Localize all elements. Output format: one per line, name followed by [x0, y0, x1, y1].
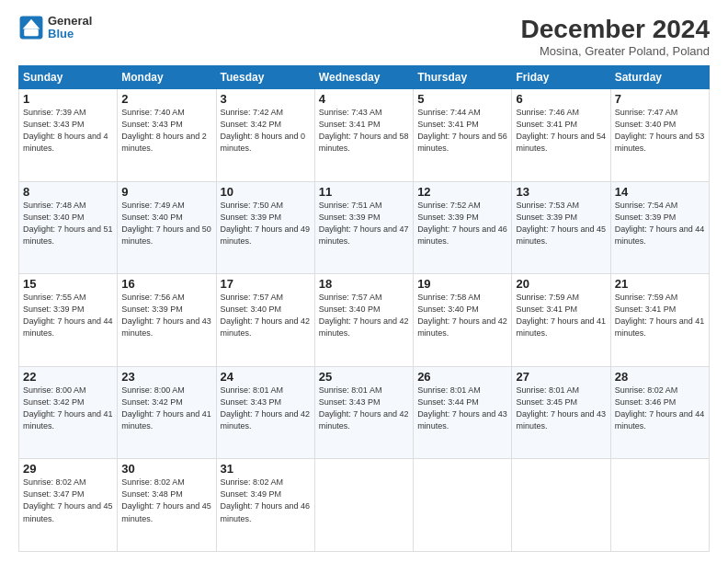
logo-blue: Blue [48, 27, 74, 40]
logo-icon [18, 15, 44, 40]
day-number: 25 [319, 370, 409, 384]
day-info: Sunrise: 7:59 AM Sunset: 3:41 PM Dayligh… [516, 292, 606, 339]
day-info: Sunrise: 8:02 AM Sunset: 3:46 PM Dayligh… [615, 385, 705, 432]
month-title: December 2024 [521, 15, 710, 44]
day-number: 14 [615, 185, 705, 199]
day-info: Sunrise: 7:49 AM Sunset: 3:40 PM Dayligh… [121, 200, 211, 247]
col-thursday: Thursday [414, 66, 512, 89]
col-sunday: Sunday [19, 66, 118, 89]
table-row: 28 Sunrise: 8:02 AM Sunset: 3:46 PM Dayl… [610, 366, 709, 459]
table-row: 2 Sunrise: 7:40 AM Sunset: 3:43 PM Dayli… [118, 89, 216, 182]
day-number: 10 [221, 185, 311, 199]
col-wednesday: Wednesday [314, 66, 413, 89]
day-info: Sunrise: 7:57 AM Sunset: 3:40 PM Dayligh… [319, 292, 409, 339]
day-number: 3 [221, 92, 311, 106]
table-row: 12 Sunrise: 7:52 AM Sunset: 3:39 PM Dayl… [414, 181, 512, 274]
day-info: Sunrise: 8:02 AM Sunset: 3:48 PM Dayligh… [121, 477, 211, 524]
calendar-row: 15 Sunrise: 7:55 AM Sunset: 3:39 PM Dayl… [19, 274, 710, 367]
table-row: 1 Sunrise: 7:39 AM Sunset: 3:43 PM Dayli… [19, 89, 118, 182]
table-row: 21 Sunrise: 7:59 AM Sunset: 3:41 PM Dayl… [610, 274, 709, 367]
day-number: 12 [417, 185, 507, 199]
table-row [512, 459, 610, 552]
day-number: 4 [319, 92, 409, 106]
calendar-row: 29 Sunrise: 8:02 AM Sunset: 3:47 PM Dayl… [19, 459, 710, 552]
table-row: 9 Sunrise: 7:49 AM Sunset: 3:40 PM Dayli… [118, 181, 216, 274]
table-row: 4 Sunrise: 7:43 AM Sunset: 3:41 PM Dayli… [314, 89, 413, 182]
table-row: 3 Sunrise: 7:42 AM Sunset: 3:42 PM Dayli… [216, 89, 314, 182]
page: General Blue December 2024 Mosina, Great… [0, 0, 728, 563]
svg-rect-2 [24, 29, 39, 37]
day-info: Sunrise: 7:59 AM Sunset: 3:41 PM Dayligh… [615, 292, 705, 339]
title-block: December 2024 Mosina, Greater Poland, Po… [521, 15, 710, 58]
table-row: 20 Sunrise: 7:59 AM Sunset: 3:41 PM Dayl… [512, 274, 610, 367]
day-number: 16 [121, 277, 211, 291]
day-info: Sunrise: 7:43 AM Sunset: 3:41 PM Dayligh… [319, 107, 409, 155]
day-info: Sunrise: 7:53 AM Sunset: 3:39 PM Dayligh… [516, 200, 606, 247]
day-info: Sunrise: 8:02 AM Sunset: 3:47 PM Dayligh… [23, 477, 113, 524]
calendar-table: Sunday Monday Tuesday Wednesday Thursday… [18, 65, 710, 552]
table-row: 27 Sunrise: 8:01 AM Sunset: 3:45 PM Dayl… [512, 366, 610, 459]
day-info: Sunrise: 7:56 AM Sunset: 3:39 PM Dayligh… [121, 292, 211, 339]
day-number: 13 [516, 185, 606, 199]
day-info: Sunrise: 7:58 AM Sunset: 3:40 PM Dayligh… [417, 292, 507, 339]
table-row: 14 Sunrise: 7:54 AM Sunset: 3:39 PM Dayl… [610, 181, 709, 274]
col-tuesday: Tuesday [216, 66, 314, 89]
day-info: Sunrise: 7:55 AM Sunset: 3:39 PM Dayligh… [23, 292, 113, 339]
day-number: 24 [221, 370, 311, 384]
day-number: 20 [516, 277, 606, 291]
table-row: 15 Sunrise: 7:55 AM Sunset: 3:39 PM Dayl… [19, 274, 118, 367]
table-row: 8 Sunrise: 7:48 AM Sunset: 3:40 PM Dayli… [19, 181, 118, 274]
table-row: 10 Sunrise: 7:50 AM Sunset: 3:39 PM Dayl… [216, 181, 314, 274]
table-row: 19 Sunrise: 7:58 AM Sunset: 3:40 PM Dayl… [414, 274, 512, 367]
day-number: 9 [121, 185, 211, 199]
table-row: 11 Sunrise: 7:51 AM Sunset: 3:39 PM Dayl… [314, 181, 413, 274]
table-row: 17 Sunrise: 7:57 AM Sunset: 3:40 PM Dayl… [216, 274, 314, 367]
logo-text: General Blue [48, 15, 92, 41]
table-row: 23 Sunrise: 8:00 AM Sunset: 3:42 PM Dayl… [118, 366, 216, 459]
table-row: 18 Sunrise: 7:57 AM Sunset: 3:40 PM Dayl… [314, 274, 413, 367]
col-friday: Friday [512, 66, 610, 89]
day-number: 30 [121, 462, 211, 476]
day-number: 5 [417, 92, 507, 106]
location: Mosina, Greater Poland, Poland [521, 44, 710, 58]
day-number: 27 [516, 370, 606, 384]
table-row: 31 Sunrise: 8:02 AM Sunset: 3:49 PM Dayl… [216, 459, 314, 552]
logo: General Blue [18, 15, 92, 41]
day-number: 7 [615, 92, 705, 106]
calendar-row: 8 Sunrise: 7:48 AM Sunset: 3:40 PM Dayli… [19, 181, 710, 274]
day-number: 23 [121, 370, 211, 384]
table-row: 5 Sunrise: 7:44 AM Sunset: 3:41 PM Dayli… [414, 89, 512, 182]
day-number: 22 [23, 370, 113, 384]
day-number: 1 [23, 92, 113, 106]
day-info: Sunrise: 7:50 AM Sunset: 3:39 PM Dayligh… [221, 200, 311, 247]
day-info: Sunrise: 7:48 AM Sunset: 3:40 PM Dayligh… [23, 200, 113, 247]
day-number: 31 [221, 462, 311, 476]
day-info: Sunrise: 7:39 AM Sunset: 3:43 PM Dayligh… [23, 107, 113, 155]
day-number: 26 [417, 370, 507, 384]
day-info: Sunrise: 7:42 AM Sunset: 3:42 PM Dayligh… [221, 107, 311, 155]
table-row: 24 Sunrise: 8:01 AM Sunset: 3:43 PM Dayl… [216, 366, 314, 459]
day-number: 2 [121, 92, 211, 106]
day-number: 15 [23, 277, 113, 291]
day-info: Sunrise: 8:01 AM Sunset: 3:43 PM Dayligh… [221, 385, 311, 432]
day-number: 28 [615, 370, 705, 384]
table-row: 6 Sunrise: 7:46 AM Sunset: 3:41 PM Dayli… [512, 89, 610, 182]
day-info: Sunrise: 7:57 AM Sunset: 3:40 PM Dayligh… [221, 292, 311, 339]
day-info: Sunrise: 8:02 AM Sunset: 3:49 PM Dayligh… [221, 477, 311, 524]
day-info: Sunrise: 7:40 AM Sunset: 3:43 PM Dayligh… [121, 107, 211, 155]
calendar-header-row: Sunday Monday Tuesday Wednesday Thursday… [19, 66, 710, 89]
day-number: 8 [23, 185, 113, 199]
day-info: Sunrise: 7:47 AM Sunset: 3:40 PM Dayligh… [615, 107, 705, 155]
table-row: 13 Sunrise: 7:53 AM Sunset: 3:39 PM Dayl… [512, 181, 610, 274]
table-row: 25 Sunrise: 8:01 AM Sunset: 3:43 PM Dayl… [314, 366, 413, 459]
day-info: Sunrise: 8:01 AM Sunset: 3:43 PM Dayligh… [319, 385, 409, 432]
calendar-row: 22 Sunrise: 8:00 AM Sunset: 3:42 PM Dayl… [19, 366, 710, 459]
day-number: 11 [319, 185, 409, 199]
day-info: Sunrise: 8:00 AM Sunset: 3:42 PM Dayligh… [121, 385, 211, 432]
header: General Blue December 2024 Mosina, Great… [18, 15, 710, 58]
day-info: Sunrise: 8:00 AM Sunset: 3:42 PM Dayligh… [23, 385, 113, 432]
day-number: 21 [615, 277, 705, 291]
calendar-row: 1 Sunrise: 7:39 AM Sunset: 3:43 PM Dayli… [19, 89, 710, 182]
day-number: 29 [23, 462, 113, 476]
day-number: 19 [417, 277, 507, 291]
